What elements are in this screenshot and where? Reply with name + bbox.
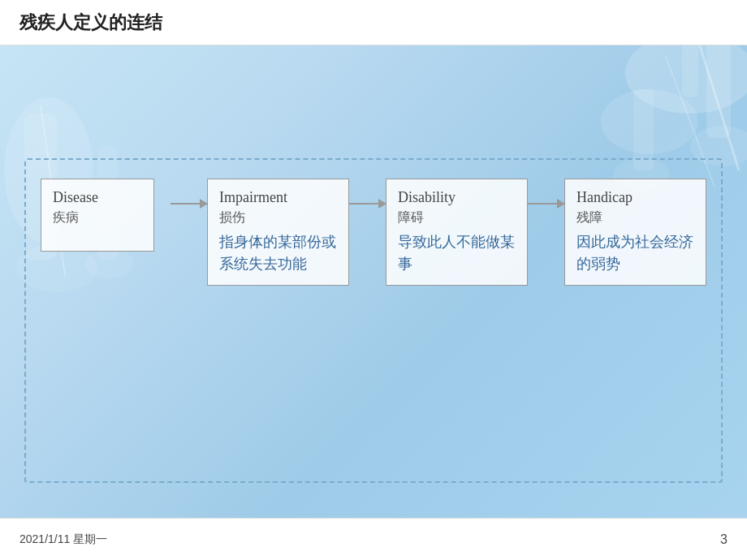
impairment-box: Impairment 损伤 指身体的某部份或系统失去功能 [207, 179, 349, 286]
disease-box: Disease 疾病 [41, 179, 154, 252]
handicap-box: Handicap 残障 因此成为社会经济的弱势 [564, 179, 706, 286]
boxes-area: Disease 疾病 Impairment 损伤 指身体的某部份或系统失去功能 … [41, 179, 706, 286]
arrow-2 [349, 203, 386, 205]
disability-wrapper: Disability 障碍 导致此人不能做某事 [386, 179, 528, 286]
arrow-3 [528, 203, 564, 205]
impairment-en: Impairment [219, 189, 337, 206]
disease-en: Disease [53, 189, 142, 206]
disability-en: Disability [398, 189, 516, 206]
footer: 2021/1/11 星期一 3 [0, 518, 747, 560]
disability-cn-desc: 导致此人不能做某事 [398, 231, 516, 275]
arrow-line-3 [528, 203, 564, 205]
arrow-1 [171, 203, 207, 205]
handicap-en: Handicap [576, 189, 694, 206]
arrow-line-2 [349, 203, 386, 205]
handicap-cn-desc: 因此成为社会经济的弱势 [576, 231, 694, 275]
impairment-cn-label: 损伤 [219, 209, 337, 226]
slide: 残疾人定义的连结 Disease 疾病 Impairment 损伤 指身体的某部… [0, 0, 747, 560]
arrow-line-1 [171, 203, 207, 205]
svg-line-7 [698, 41, 739, 170]
title-bar: 残疾人定义的连结 [0, 0, 747, 45]
impairment-wrapper: Impairment 损伤 指身体的某部份或系统失去功能 [207, 179, 349, 286]
handicap-cn-label: 残障 [576, 209, 694, 226]
svg-rect-2 [706, 41, 731, 138]
disease-cn-label: 疾病 [53, 209, 142, 226]
disability-box: Disability 障碍 导致此人不能做某事 [386, 179, 528, 286]
disability-cn-label: 障碍 [398, 209, 516, 226]
footer-page: 3 [720, 532, 728, 547]
slide-title: 残疾人定义的连结 [19, 11, 162, 35]
handicap-wrapper: Handicap 残障 因此成为社会经济的弱势 [564, 179, 706, 286]
svg-point-1 [601, 89, 698, 154]
footer-date: 2021/1/11 星期一 [19, 532, 107, 547]
impairment-cn-desc: 指身体的某部份或系统失去功能 [219, 231, 337, 275]
disease-wrapper: Disease 疾病 [41, 179, 171, 252]
